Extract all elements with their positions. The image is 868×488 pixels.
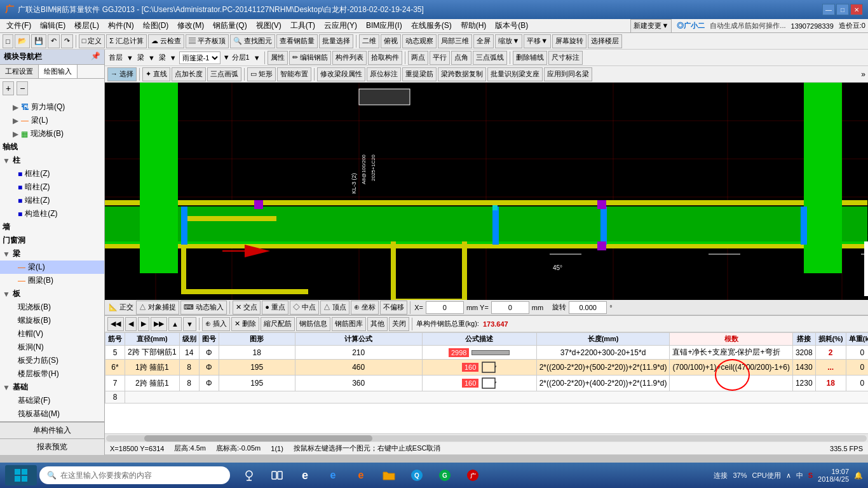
tree-end-col[interactable]: ■ 端柱(Z) [0, 194, 104, 207]
nav-pin[interactable]: 📌 [91, 51, 100, 62]
tb-new[interactable]: □ [3, 34, 13, 48]
tree-expand[interactable]: + [3, 81, 14, 95]
cad-canvas-area[interactable]: KL-3 (2) A8@100/200 2025+1C20 45° [105, 83, 868, 300]
tb-zoom[interactable]: 缩放▼ [495, 34, 522, 48]
btn-span-copy[interactable]: 梁跨数据复制 [438, 67, 486, 81]
minimize-button[interactable]: — [822, 4, 835, 15]
report-preview-btn[interactable]: 报表预览 [0, 438, 104, 455]
no-offset-btn[interactable]: 不偏移 [380, 301, 407, 315]
taskbar-search-box[interactable]: 🔍 在这里输入你要搜索的内容 [39, 466, 230, 484]
nav-down[interactable]: ▼ [183, 317, 196, 331]
snap-intersection[interactable]: ✕ 交点 [233, 301, 261, 315]
btn-scale-rebar[interactable]: 縮尺配筋 [261, 317, 295, 331]
tree-dark-col[interactable]: ■ 暗柱(Z) [0, 180, 104, 194]
tb-define[interactable]: □ 定义 [79, 34, 105, 48]
btn-inplace-note[interactable]: 原位标注 [367, 67, 401, 81]
tb-find[interactable]: 🔍 查找图元 [230, 34, 275, 48]
btn-insert-row[interactable]: ⊕ 插入 [202, 317, 230, 331]
tree-beam-group[interactable]: ▼ 梁 [0, 247, 104, 261]
btn-line[interactable]: ✦ 直线 [142, 67, 170, 81]
menu-view[interactable]: 视图(V) [252, 19, 285, 32]
spec-select[interactable]: 雨篷梁-1 [179, 51, 220, 64]
tab-project-settings[interactable]: 工程设置 [0, 65, 39, 78]
btn-mod-beam-seg[interactable]: 修改梁段属性 [317, 67, 365, 81]
snap-center[interactable]: ◇ 中点 [290, 301, 319, 315]
btn-elem-list[interactable]: 构件列表 [332, 51, 367, 65]
menu-tools[interactable]: 工具(T) [287, 19, 319, 32]
taskbar-glodon[interactable]: 广 [461, 464, 484, 487]
tree-frame-col[interactable]: ■ 框柱(Z) [0, 167, 104, 180]
snap-button[interactable]: △ 对象捕捉 [136, 301, 179, 315]
tree-cast-slab-b[interactable]: 现浇板(B) [0, 301, 104, 314]
btn-two-point[interactable]: 两点 [408, 51, 428, 65]
tree-ring-beam[interactable]: — 圈梁(B) [0, 274, 104, 287]
tb-redo[interactable]: ↷ [61, 34, 73, 48]
menu-version[interactable]: 版本号(B) [491, 19, 532, 32]
tree-cast-slab[interactable]: ▶ ▦ 现浇板(B) [0, 127, 104, 140]
tb-top-view[interactable]: 俯视 [381, 34, 401, 48]
btn-del-aux[interactable]: 删除辅线 [513, 51, 547, 65]
taskbar-ie[interactable]: e [322, 464, 344, 487]
tb-fullscreen[interactable]: 全屏 [473, 34, 494, 48]
tab-draw-input[interactable]: 绘图输入 [39, 65, 78, 78]
tree-shear-wall[interactable]: ▶ 🏗 剪力墙(Q) [0, 100, 104, 114]
tree-slab-rebar[interactable]: 板受力筋(S) [0, 354, 104, 367]
menu-rebar-qty[interactable]: 钢筋量(Q) [209, 19, 250, 32]
tree-floor-band[interactable]: 楼层板带(H) [0, 367, 104, 381]
rotate-input[interactable] [569, 301, 607, 314]
btn-rebar-lib[interactable]: 钢筋图库 [332, 317, 366, 331]
tb-undo[interactable]: ↶ [48, 34, 60, 48]
table-row-empty[interactable]: 8 [105, 391, 869, 403]
btn-dim[interactable]: 尺寸标注 [548, 51, 583, 65]
tree-found-beam[interactable]: 基础梁(F) [0, 394, 104, 407]
maximize-button[interactable]: □ [836, 4, 849, 15]
snap-coord[interactable]: ⊕ 坐标 [351, 301, 379, 315]
tb-screen-rotate[interactable]: 屏幕旋转 [552, 34, 587, 48]
table-row[interactable]: 7 2跨 箍筋1 8 Φ 195 360 160 [105, 376, 869, 391]
menu-draw[interactable]: 绘图(D) [139, 19, 173, 32]
dynamic-input-btn[interactable]: ⌨ 动态输入 [180, 301, 227, 315]
taskbar-cortana[interactable] [238, 464, 261, 487]
taskbar-task-view[interactable] [266, 464, 288, 487]
tree-foundation-group[interactable]: ▼ 基础 [0, 381, 104, 394]
menu-bim[interactable]: BIM应用(I) [362, 19, 406, 32]
tb-local-3d[interactable]: 局部三维 [438, 34, 472, 48]
btn-repick-beam[interactable]: 重提梁筋 [402, 67, 437, 81]
expand-arrow[interactable]: » [861, 70, 865, 79]
nav-last[interactable]: ▶▶ [151, 317, 167, 331]
tree-collapse[interactable]: − [17, 81, 28, 95]
taskbar-green-app[interactable]: G [433, 464, 456, 487]
tree-slab-hole[interactable]: 板洞(N) [0, 341, 104, 354]
nav-first[interactable]: ◀◀ [107, 317, 124, 331]
tb-pan[interactable]: 平移▼ [524, 34, 551, 48]
snap-endpoint[interactable]: △ 顶点 [320, 301, 349, 315]
tree-slab-group[interactable]: ▼ 板 [0, 287, 104, 301]
nav-next[interactable]: ▶ [138, 317, 149, 331]
tb-2d[interactable]: 二维 [359, 34, 379, 48]
menu-edit[interactable]: 编辑(E) [36, 19, 69, 32]
tb-flat-top[interactable]: ▤ 平齐板顶 [186, 34, 229, 48]
btn-close-panel[interactable]: 关闭 [389, 317, 409, 331]
y-input[interactable] [491, 301, 529, 314]
nav-prev[interactable]: ◀ [125, 317, 137, 331]
taskbar-ie2[interactable]: e [349, 464, 372, 487]
close-button[interactable]: ✕ [850, 4, 863, 15]
btn-other[interactable]: 其他 [367, 317, 388, 331]
btn-pick-elem[interactable]: 拾取构件 [368, 51, 402, 65]
tree-beam[interactable]: ▶ — 梁(L) [0, 114, 104, 127]
tree-beam-l[interactable]: — 梁(L) [0, 261, 104, 274]
menu-online[interactable]: 在线服务(S) [407, 19, 456, 32]
notifications-icon[interactable]: 🔔 [854, 471, 863, 480]
tree-col-cap[interactable]: 柱帽(V) [0, 327, 104, 341]
tb-batch-select[interactable]: 批量选择 [319, 34, 353, 48]
taskbar-folder[interactable] [377, 464, 400, 487]
snap-midpoint[interactable]: ● 重点 [262, 301, 288, 315]
btn-3pt-draw[interactable]: 三点画弧 [207, 67, 241, 81]
menu-help[interactable]: 帮助(H) [457, 19, 491, 32]
tree-spiral-slab[interactable]: 螺旋板(B) [0, 314, 104, 327]
tb-calc[interactable]: Σ 汇总计算 [106, 34, 147, 48]
btn-select[interactable]: → 选择 [107, 67, 137, 81]
btn-pt-len[interactable]: 点加长度 [172, 67, 206, 81]
new-change-button[interactable]: 新建变更▼ [630, 19, 672, 33]
tb-open[interactable]: 📂 [15, 34, 30, 48]
